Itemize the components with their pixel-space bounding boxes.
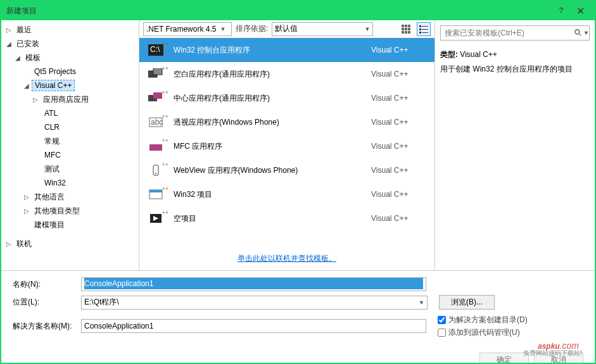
main-area: ▷最近 ◢已安装 ◢模板 Qt5 Projects ◢Visual C++ ▷应… (1, 20, 595, 270)
tree-qt5[interactable]: Qt5 Projects (1, 65, 139, 78)
search-box[interactable]: ▼ (440, 25, 590, 41)
template-list[interactable]: C:\++ Win32 控制台应用程序 Visual C++ ++ 空白应用程序… (139, 38, 434, 247)
search-input[interactable] (441, 26, 574, 40)
svg-rect-24 (149, 142, 162, 144)
svg-rect-7 (405, 31, 407, 34)
svg-rect-14 (422, 32, 428, 33)
empty-project-icon: ++ (146, 211, 166, 226)
template-item[interactable]: ++ MFC 应用程序 Visual C++ (139, 134, 434, 158)
svg-point-31 (575, 30, 580, 34)
window-title: 新建项目 (6, 6, 552, 16)
blank-app-icon: ++ (146, 66, 166, 82)
tree-other-proj[interactable]: ▷其他项目类型 (1, 204, 139, 218)
svg-rect-13 (419, 32, 421, 34)
svg-rect-8 (408, 31, 410, 34)
tree-online[interactable]: ▷联机 (1, 237, 139, 251)
pivot-app-icon: abc++ (146, 115, 166, 130)
help-button[interactable]: ? (552, 1, 571, 20)
tree-other-lang[interactable]: ▷其他语言 (1, 190, 139, 204)
solution-name-label: 解决方案名称(M): (13, 321, 81, 332)
chevron-down-icon: ▼ (220, 26, 225, 32)
tree-clr[interactable]: CLR (1, 120, 139, 134)
svg-rect-11 (419, 28, 421, 30)
tree-atl[interactable]: ATL (1, 106, 139, 120)
description-text: 用于创建 Win32 控制台应用程序的项目 (440, 64, 590, 75)
left-tree-pane: ▷最近 ◢已安装 ◢模板 Qt5 Projects ◢Visual C++ ▷应… (1, 20, 139, 270)
webview-app-icon: ++ (146, 163, 166, 178)
svg-rect-2 (408, 25, 410, 27)
add-source-control-checkbox[interactable]: 添加到源代码管理(U) (438, 326, 583, 339)
mfc-app-icon: ++ (146, 139, 166, 154)
svg-text:C:\: C:\ (150, 45, 160, 54)
tree-test[interactable]: 测试 (1, 162, 139, 176)
template-item[interactable]: ++ Win32 项目 Visual C++ (139, 182, 434, 206)
name-label: 名称(N): (13, 279, 81, 290)
template-item[interactable]: ++ WebView 应用程序(Windows Phone) Visual C+… (139, 158, 434, 182)
search-icon[interactable]: ▼ (574, 28, 589, 37)
svg-rect-10 (422, 26, 428, 27)
tree-store-apps[interactable]: ▷应用商店应用 (1, 92, 139, 106)
solution-name-field[interactable] (81, 319, 426, 333)
svg-rect-20 (153, 92, 162, 99)
sort-label: 排序依据: (236, 23, 268, 34)
svg-rect-1 (405, 25, 407, 27)
view-list-button[interactable] (417, 22, 431, 36)
svg-rect-9 (419, 25, 421, 27)
svg-text:abc: abc (151, 118, 163, 127)
svg-rect-28 (149, 190, 162, 192)
list-icon (417, 24, 430, 34)
svg-rect-3 (402, 28, 404, 30)
template-item[interactable]: ++ 中心应用程序(通用应用程序) Visual C++ (139, 86, 434, 110)
ok-button[interactable]: 确定 (479, 353, 529, 364)
tree-visual-cpp[interactable]: ◢Visual C++ (1, 78, 139, 92)
svg-point-26 (155, 173, 156, 174)
online-templates-link[interactable]: 单击此处以联机并查找模板。 (238, 254, 336, 263)
title-bar: 新建项目 ? ✕ (1, 1, 595, 20)
center-footer: 单击此处以联机并查找模板。 (139, 247, 434, 270)
name-input[interactable] (84, 278, 423, 289)
framework-dropdown[interactable]: .NET Framework 4.5▼ (143, 22, 232, 36)
tree-modeling[interactable]: 建模项目 (1, 218, 139, 232)
center-pane: .NET Framework 4.5▼ 排序依据: 默认值▼ C:\++ Win… (139, 20, 435, 270)
name-field[interactable] (81, 277, 426, 291)
sort-dropdown[interactable]: 默认值▼ (272, 22, 373, 36)
location-label: 位置(L): (13, 297, 81, 308)
location-field[interactable]: ▼ (81, 296, 428, 310)
chevron-down-icon: ▼ (364, 26, 370, 32)
view-small-icons-button[interactable] (399, 22, 413, 36)
template-item[interactable]: C:\++ Win32 控制台应用程序 Visual C++ (139, 38, 434, 62)
svg-rect-6 (402, 31, 404, 34)
tree-recent[interactable]: ▷最近 (1, 23, 139, 37)
svg-rect-0 (402, 25, 404, 27)
tree-installed[interactable]: ◢已安装 (1, 37, 139, 51)
dialog-button-bar: 确定 取消 (1, 349, 595, 364)
grid-small-icon (400, 24, 412, 34)
win32-project-icon: ++ (146, 187, 166, 202)
type-line: 类型: Visual C++ (440, 49, 590, 60)
bottom-form: 名称(N): 位置(L): ▼ 浏览(B)... 解决方案名称(M): 为解决方… (1, 270, 595, 349)
tree-win32[interactable]: Win32 (1, 176, 139, 190)
svg-rect-4 (405, 28, 407, 30)
tree-templates[interactable]: ◢模板 (1, 51, 139, 65)
close-button[interactable]: ✕ (571, 1, 590, 20)
watermark-tagline: 免费网站源码下载站! (523, 349, 582, 358)
svg-rect-12 (422, 29, 428, 30)
svg-rect-18 (153, 68, 162, 75)
solution-name-input[interactable] (84, 322, 423, 330)
svg-line-32 (579, 34, 581, 36)
right-pane: ▼ 类型: Visual C++ 用于创建 Win32 控制台应用程序的项目 (435, 20, 595, 270)
center-toolbar: .NET Framework 4.5▼ 排序依据: 默认值▼ (139, 20, 434, 38)
chevron-down-icon[interactable]: ▼ (419, 299, 424, 306)
console-app-icon: C:\++ (146, 42, 166, 58)
tree-general[interactable]: 常规 (1, 134, 139, 148)
template-item[interactable]: ++ 空项目 Visual C++ (139, 206, 434, 230)
svg-rect-5 (408, 28, 410, 30)
location-input[interactable] (84, 298, 415, 307)
browse-button[interactable]: 浏览(B)... (439, 295, 495, 310)
tree-mfc[interactable]: MFC (1, 148, 139, 162)
hub-app-icon: ++ (146, 91, 166, 106)
template-item[interactable]: ++ 空白应用程序(通用应用程序) Visual C++ (139, 62, 434, 86)
create-directory-checkbox[interactable]: 为解决方案创建目录(D) (438, 313, 583, 326)
template-item[interactable]: abc++ 透视应用程序(Windows Phone) Visual C++ (139, 110, 434, 134)
